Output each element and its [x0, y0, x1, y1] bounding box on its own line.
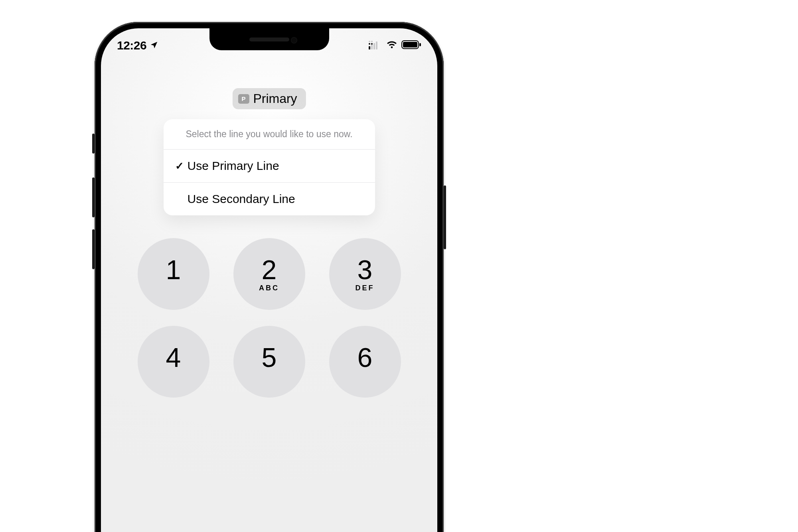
keypad-key-4[interactable]: 4 [138, 326, 209, 398]
line-option-secondary[interactable]: Use Secondary Line [164, 183, 375, 215]
keypad-digit: 4 [166, 344, 181, 371]
side-button [444, 185, 446, 249]
svg-rect-10 [419, 43, 421, 46]
location-arrow-icon [150, 39, 158, 52]
volume-down-button [92, 229, 95, 269]
line-badge-icon: P [238, 94, 249, 104]
wifi-icon [386, 40, 397, 51]
keypad-digit: 5 [262, 344, 277, 371]
line-selector-prompt: Select the line you would like to use no… [164, 119, 375, 150]
svg-point-5 [371, 43, 373, 45]
keypad-letters: DEF [356, 284, 375, 292]
status-right [369, 40, 421, 51]
keypad-key-5[interactable]: 5 [233, 326, 305, 398]
line-option-label: Use Primary Line [188, 159, 279, 173]
line-selector-label: Primary [253, 91, 297, 106]
keypad-key-2[interactable]: 2 ABC [233, 238, 305, 310]
line-selector-menu: Select the line you would like to use no… [164, 119, 375, 215]
line-selector-pill[interactable]: P Primary [232, 88, 306, 109]
front-camera-icon [291, 37, 297, 43]
svg-rect-0 [369, 46, 370, 49]
clock-label: 12:26 [117, 39, 146, 52]
svg-rect-9 [403, 42, 417, 47]
checkmark-icon: ✓ [173, 160, 186, 172]
svg-point-7 [371, 41, 373, 42]
svg-rect-3 [376, 41, 377, 49]
earpiece [249, 37, 289, 41]
keypad-digit: 6 [358, 344, 373, 371]
svg-rect-2 [373, 43, 375, 49]
svg-rect-1 [371, 45, 373, 49]
line-option-label: Use Secondary Line [188, 192, 295, 206]
status-left: 12:26 [117, 39, 158, 52]
volume-up-button [92, 177, 95, 217]
svg-point-4 [369, 43, 370, 45]
svg-point-6 [369, 41, 370, 42]
keypad-digit: 3 [358, 256, 373, 283]
battery-icon [401, 40, 421, 51]
keypad-key-3[interactable]: 3 DEF [329, 238, 401, 310]
dialer-keypad: 1 2 ABC 3 DEF 4 5 6 [130, 238, 409, 398]
notch [209, 28, 329, 50]
keypad-letters: ABC [259, 284, 279, 292]
phone-screen: 12:26 [101, 28, 437, 532]
keypad-digit: 2 [262, 256, 277, 283]
mute-switch [92, 134, 95, 154]
phone-device-frame: 12:26 [95, 22, 444, 532]
keypad-key-6[interactable]: 6 [329, 326, 401, 398]
line-option-primary[interactable]: ✓ Use Primary Line [164, 150, 375, 183]
keypad-digit: 1 [166, 256, 181, 283]
dual-signal-icon [369, 40, 382, 51]
keypad-key-1[interactable]: 1 [138, 238, 209, 310]
